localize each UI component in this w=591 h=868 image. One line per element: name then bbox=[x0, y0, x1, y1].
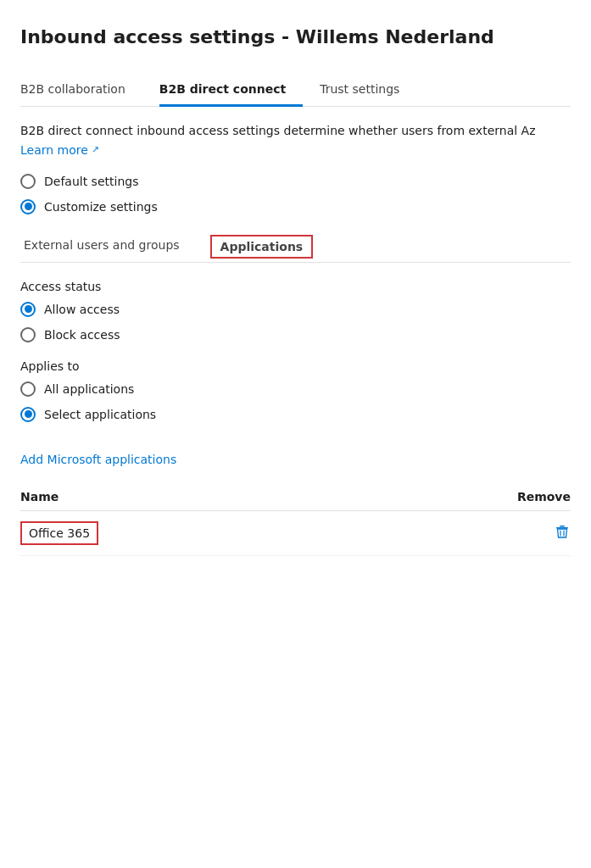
table-cell-office365: Office 365 bbox=[20, 521, 98, 545]
radio-customize-settings[interactable]: Customize settings bbox=[20, 199, 571, 214]
sub-tab-applications[interactable]: Applications bbox=[210, 235, 314, 259]
svg-rect-0 bbox=[556, 527, 568, 529]
table-row: Office 365 bbox=[20, 511, 571, 556]
svg-rect-1 bbox=[560, 526, 565, 527]
table-header-row: Name Remove bbox=[20, 483, 571, 511]
trash-icon bbox=[554, 523, 571, 540]
table-header-name: Name bbox=[20, 490, 59, 504]
sub-tabs: External users and groups Applications bbox=[20, 231, 571, 263]
radio-block-access[interactable]: Block access bbox=[20, 327, 571, 342]
access-status-radio-group: Allow access Block access bbox=[20, 302, 571, 342]
applies-to-section: Applies to All applications Select appli… bbox=[20, 359, 571, 422]
external-link-icon: ↗ bbox=[92, 144, 99, 155]
main-tabs: B2B collaboration B2B direct connect Tru… bbox=[20, 74, 571, 107]
radio-default-indicator bbox=[20, 174, 36, 189]
add-microsoft-applications-link[interactable]: Add Microsoft applications bbox=[20, 453, 176, 466]
radio-allow-indicator bbox=[20, 302, 36, 317]
access-status-section: Access status Allow access Block access bbox=[20, 280, 571, 342]
remove-office365-button[interactable] bbox=[554, 523, 571, 542]
page-title: Inbound access settings - Willems Nederl… bbox=[20, 25, 571, 50]
radio-block-indicator bbox=[20, 327, 36, 342]
radio-select-apps-indicator bbox=[20, 407, 36, 422]
radio-allow-label: Allow access bbox=[44, 303, 120, 316]
description-text: B2B direct connect inbound access settin… bbox=[20, 122, 571, 140]
applications-table: Name Remove Office 365 bbox=[20, 483, 571, 556]
radio-all-applications[interactable]: All applications bbox=[20, 381, 571, 397]
settings-radio-group: Default settings Customize settings bbox=[20, 174, 571, 214]
tab-trust-settings[interactable]: Trust settings bbox=[320, 74, 416, 107]
radio-default-settings[interactable]: Default settings bbox=[20, 174, 571, 189]
radio-default-label: Default settings bbox=[44, 175, 138, 188]
radio-block-label: Block access bbox=[44, 328, 120, 342]
radio-customize-label: Customize settings bbox=[44, 200, 158, 214]
access-status-label: Access status bbox=[20, 280, 571, 293]
applies-to-radio-group: All applications Select applications bbox=[20, 381, 571, 422]
radio-all-apps-indicator bbox=[20, 381, 36, 397]
tab-b2b-collaboration[interactable]: B2B collaboration bbox=[20, 74, 142, 107]
radio-customize-indicator bbox=[20, 199, 36, 214]
radio-select-apps-label: Select applications bbox=[44, 408, 156, 421]
radio-all-apps-label: All applications bbox=[44, 382, 134, 396]
learn-more-link[interactable]: Learn more ↗ bbox=[20, 143, 99, 157]
radio-select-applications[interactable]: Select applications bbox=[20, 407, 571, 422]
table-header-remove: Remove bbox=[517, 490, 571, 504]
sub-tab-external-users[interactable]: External users and groups bbox=[20, 231, 183, 263]
radio-allow-access[interactable]: Allow access bbox=[20, 302, 571, 317]
tab-b2b-direct-connect[interactable]: B2B direct connect bbox=[159, 74, 303, 107]
applies-to-label: Applies to bbox=[20, 359, 571, 373]
